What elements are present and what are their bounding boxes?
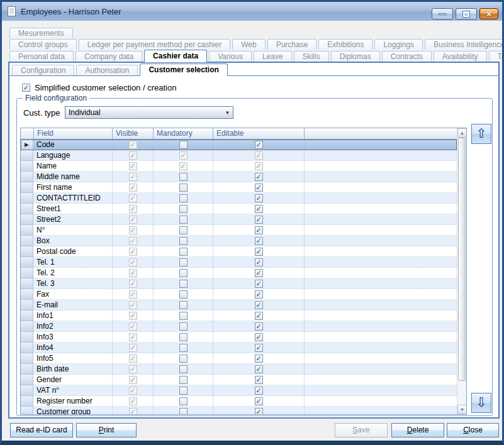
table-row-code[interactable]: ▶Code✓✓ (21, 140, 457, 150)
mandatory-checkbox[interactable] (179, 365, 188, 373)
editable-checkbox[interactable]: ✓ (255, 365, 263, 373)
table-row-box[interactable]: Box✓✓ (21, 236, 457, 246)
mandatory-checkbox[interactable] (179, 397, 188, 405)
mandatory-checkbox[interactable] (179, 258, 188, 266)
simplified-checkbox[interactable]: ✓ (22, 84, 30, 92)
mandatory-checkbox[interactable] (179, 344, 188, 352)
table-row-n[interactable]: N°✓✓ (21, 225, 457, 236)
minimize-button[interactable] (432, 8, 453, 19)
table-row-middle-name[interactable]: Middle name✓✓ (21, 172, 457, 182)
table-row-tel-2[interactable]: Tel. 2✓✓ (21, 268, 457, 278)
row-selector[interactable] (21, 246, 33, 257)
table-row-first-name[interactable]: First name✓✓ (21, 182, 457, 193)
move-row-up-button[interactable]: ⇧ (471, 124, 491, 144)
row-selector[interactable] (21, 225, 33, 236)
editable-checkbox[interactable]: ✓ (255, 322, 263, 331)
tab-diplomas[interactable]: Diplomas (331, 51, 380, 62)
table-row-name[interactable]: Name✓✓✓ (21, 161, 457, 172)
mandatory-checkbox[interactable] (179, 184, 188, 192)
row-selector[interactable] (21, 150, 33, 161)
mandatory-checkbox[interactable] (179, 408, 188, 415)
tab-purchase[interactable]: Purchase (267, 39, 317, 50)
editable-checkbox[interactable]: ✓ (255, 258, 263, 266)
table-row-customer-group[interactable]: Customer group✓✓ (21, 407, 457, 414)
editable-checkbox[interactable]: ✓ (255, 205, 263, 213)
table-row-info1[interactable]: Info1✓✓ (21, 310, 457, 321)
table-row-tel-1[interactable]: Tel. 1✓✓ (21, 257, 457, 268)
row-selector-current[interactable]: ▶ (21, 140, 33, 150)
table-row-birth-date[interactable]: Birth date✓✓ (21, 364, 457, 375)
editable-checkbox[interactable]: ✓ (255, 173, 263, 181)
editable-checkbox[interactable]: ✓ (255, 333, 263, 341)
table-row-info5[interactable]: Info5✓✓ (21, 353, 457, 364)
row-selector[interactable] (21, 353, 33, 364)
table-row-register-number[interactable]: Register number✓✓ (21, 396, 457, 407)
tab-business-intelligence[interactable]: Business Intelligence (425, 39, 504, 50)
table-row-info2[interactable]: Info2✓✓ (21, 321, 457, 332)
row-selector[interactable] (21, 310, 33, 321)
table-row-tel-3[interactable]: Tel. 3✓✓ (21, 278, 457, 289)
column-header-field[interactable]: Field (33, 128, 112, 139)
tab-exhibitions[interactable]: Exhibitions (318, 39, 372, 50)
scrollbar-down-button[interactable]: ▼ (457, 405, 467, 414)
row-selector[interactable] (21, 385, 33, 396)
editable-checkbox[interactable]: ✓ (255, 408, 263, 415)
scrollbar-thumb[interactable] (458, 138, 466, 381)
tab-configuration[interactable]: Configuration (12, 65, 74, 75)
editable-checkbox[interactable]: ✓ (255, 184, 263, 192)
row-selector[interactable] (21, 236, 33, 246)
editable-checkbox[interactable]: ✓ (255, 248, 263, 256)
row-selector[interactable] (21, 300, 33, 310)
print-button[interactable]: Print (76, 423, 137, 437)
tab-cashier-data[interactable]: Cashier data (144, 50, 207, 62)
row-selector[interactable] (21, 204, 33, 214)
tab-tasks[interactable]: Tasks (489, 51, 504, 62)
tab-leave[interactable]: Leave (254, 51, 292, 62)
mandatory-checkbox[interactable] (179, 226, 188, 234)
mandatory-checkbox[interactable] (179, 376, 188, 384)
mandatory-checkbox[interactable] (179, 205, 188, 213)
grid-scrollbar[interactable]: ▲ ▼ (457, 128, 466, 414)
row-selector[interactable] (21, 396, 33, 407)
row-selector[interactable] (21, 172, 33, 182)
row-selector[interactable] (21, 343, 33, 353)
delete-button[interactable]: Delete (391, 423, 444, 437)
tab-web[interactable]: Web (232, 39, 265, 50)
mandatory-checkbox[interactable] (179, 216, 188, 224)
close-button[interactable]: × (479, 8, 498, 19)
read-e-id-card-button[interactable]: Read e-ID card (10, 423, 73, 437)
row-selector[interactable] (21, 182, 33, 193)
editable-checkbox[interactable]: ✓ (255, 280, 263, 288)
tab-control-groups[interactable]: Control groups (9, 39, 77, 50)
tab-mesurements[interactable]: Mesurements (9, 28, 73, 38)
tab-skills[interactable]: Skills (294, 51, 329, 62)
editable-checkbox[interactable]: ✓ (255, 216, 263, 224)
row-selector[interactable] (21, 364, 33, 375)
row-selector[interactable] (21, 257, 33, 268)
scrollbar-up-button[interactable]: ▲ (457, 128, 467, 138)
table-row-fax[interactable]: Fax✓✓ (21, 289, 457, 300)
table-row-postal-code[interactable]: Postal code✓✓ (21, 246, 457, 257)
mandatory-checkbox[interactable] (179, 312, 188, 320)
row-selector[interactable] (21, 289, 33, 300)
editable-checkbox[interactable]: ✓ (255, 387, 263, 395)
row-selector[interactable] (21, 407, 33, 414)
tab-availability[interactable]: Availability (434, 51, 486, 62)
column-header-mandatory[interactable]: Mandatory (153, 128, 213, 139)
editable-checkbox[interactable]: ✓ (255, 194, 263, 202)
editable-checkbox[interactable]: ✓ (255, 312, 263, 320)
table-row-info4[interactable]: Info4✓✓ (21, 343, 457, 353)
column-header-editable[interactable]: Editable (213, 128, 304, 139)
column-header-blank[interactable] (21, 128, 33, 139)
editable-checkbox[interactable]: ✓ (255, 290, 263, 299)
editable-checkbox[interactable]: ✓ (255, 301, 263, 309)
row-selector[interactable] (21, 278, 33, 289)
mandatory-checkbox[interactable] (179, 248, 188, 256)
mandatory-checkbox[interactable] (179, 301, 188, 309)
mandatory-checkbox[interactable] (179, 387, 188, 395)
table-row-street1[interactable]: Street1✓✓ (21, 204, 457, 214)
mandatory-checkbox[interactable] (179, 237, 188, 245)
editable-checkbox[interactable]: ✓ (255, 237, 263, 245)
mandatory-checkbox[interactable] (179, 290, 188, 299)
cust-type-select[interactable]: Individual ▼ (65, 106, 233, 119)
